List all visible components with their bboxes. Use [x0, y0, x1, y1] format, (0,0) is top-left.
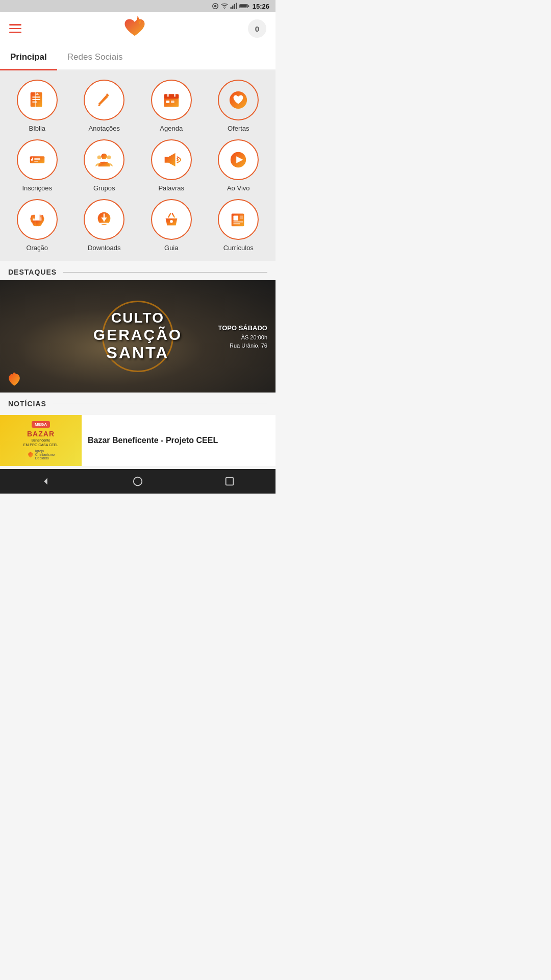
curriculos-label: Currículos: [223, 244, 254, 252]
news-thumb-1: MEGA BAZAR BeneficenteEM PRO CASA CEEL I…: [0, 415, 82, 466]
biblia-label: Bíblia: [29, 125, 45, 132]
svg-rect-8: [240, 5, 247, 8]
bazar-mega-badge: MEGA: [32, 421, 50, 428]
notification-badge[interactable]: 0: [248, 19, 266, 38]
tab-principal[interactable]: Principal: [0, 45, 57, 69]
svg-rect-46: [226, 478, 234, 485]
svg-point-30: [107, 155, 111, 159]
ofertas-label: Ofertas: [228, 125, 249, 132]
biblia-icon-circle: [17, 80, 58, 120]
hands-icon: [28, 210, 47, 229]
ao-vivo-icon-circle: [218, 139, 259, 180]
download-icon: [94, 210, 114, 229]
banner-geracao-text: GERAÇÃO: [93, 326, 182, 344]
destaques-divider: [63, 272, 267, 273]
battery-icon: [239, 3, 249, 10]
news-title-1: Bazar Beneficente - Projeto CEEL: [88, 435, 223, 446]
curriculos-item[interactable]: Currículos: [207, 199, 271, 252]
noticias-section: NOTÍCIAS MEGA BAZAR BeneficenteEM PRO CA…: [0, 393, 276, 466]
agenda-icon-circle: [151, 80, 192, 120]
hamburger-menu-button[interactable]: [9, 24, 21, 33]
banner-text: CULTO GERAÇÃO SANTA: [93, 310, 182, 362]
anotacoes-label: Anotações: [89, 125, 120, 132]
downloads-icon-circle: [84, 199, 124, 240]
svg-rect-4: [232, 6, 233, 9]
app-logo: [121, 15, 148, 42]
ofertas-item[interactable]: Ofertas: [207, 80, 271, 132]
status-bar: 15:26: [0, 0, 276, 12]
anotacoes-item[interactable]: Anotações: [72, 80, 137, 132]
noticias-header: NOTÍCIAS: [0, 393, 276, 412]
news-card-1[interactable]: MEGA BAZAR BeneficenteEM PRO CASA CEEL I…: [0, 415, 276, 466]
back-button[interactable]: [37, 472, 55, 491]
bazar-subtitle: BeneficenteEM PRO CASA CEEL: [23, 438, 58, 447]
ticket-icon: [28, 150, 47, 169]
ao-vivo-item[interactable]: Ao Vivo: [207, 139, 271, 192]
wifi-icon: [221, 3, 228, 10]
palavras-icon-circle: [151, 139, 192, 180]
destaques-title: DESTAQUES: [8, 268, 57, 276]
destaques-header: DESTAQUES: [0, 261, 276, 280]
downloads-item[interactable]: Downloads: [72, 199, 137, 252]
play-icon: [229, 150, 248, 169]
ofertas-icon-circle: [218, 80, 259, 120]
bottom-nav: [0, 469, 276, 494]
edit-icon: [94, 90, 114, 110]
home-button[interactable]: [129, 472, 147, 491]
basket-icon: [162, 210, 181, 229]
svg-rect-17: [164, 94, 179, 99]
status-time: 15:26: [253, 3, 269, 10]
tabs-bar: Principal Redes Sociais: [0, 45, 276, 70]
svg-point-45: [134, 477, 142, 486]
curriculos-icon-circle: [218, 199, 259, 240]
megaphone-icon: [162, 150, 181, 169]
grupos-item[interactable]: Grupos: [72, 139, 137, 192]
downloads-label: Downloads: [88, 244, 120, 252]
svg-point-29: [97, 155, 102, 159]
svg-rect-6: [236, 3, 237, 9]
logo-area: [121, 15, 148, 42]
palavras-item[interactable]: Palavras: [139, 139, 204, 192]
agenda-label: Agenda: [160, 125, 183, 132]
oracao-item[interactable]: Oração: [5, 199, 69, 252]
banner-info: TOPO SÁBADO ÀS 20:00h Rua Urânio, 76: [218, 323, 267, 350]
svg-rect-5: [234, 4, 235, 9]
icon-grid: Bíblia Anotações: [5, 80, 270, 252]
top-bar: 0: [0, 12, 276, 45]
banner-info-time: ÀS 20:00h: [241, 334, 267, 340]
status-icons: [212, 3, 249, 10]
home-icon: [132, 476, 143, 487]
banner[interactable]: CULTO GERAÇÃO SANTA TOPO SÁBADO ÀS 20:00…: [0, 280, 276, 393]
sync-icon: [212, 3, 219, 10]
recent-button[interactable]: [220, 472, 239, 491]
group-icon: [94, 150, 114, 169]
noticias-title: NOTÍCIAS: [8, 400, 46, 408]
svg-point-37: [170, 220, 173, 223]
oracao-label: Oração: [26, 244, 48, 252]
banner-santa-text: SANTA: [93, 344, 182, 362]
banner-info-address: Rua Urânio, 76: [230, 342, 267, 349]
heart-icon: [229, 90, 248, 110]
bazar-church-logo: IgrejaCristianismoDecidido: [27, 449, 55, 460]
inscricoes-icon-circle: [17, 139, 58, 180]
svg-point-1: [214, 5, 216, 8]
guia-icon-circle: [151, 199, 192, 240]
svg-point-28: [102, 154, 107, 159]
tab-redes-sociais[interactable]: Redes Sociais: [57, 45, 133, 69]
guia-label: Guia: [164, 244, 178, 252]
biblia-item[interactable]: Bíblia: [5, 80, 69, 132]
bazar-title-text: BAZAR: [27, 430, 55, 438]
svg-rect-21: [171, 101, 174, 103]
palavras-label: Palavras: [158, 184, 184, 192]
back-icon: [40, 476, 52, 487]
main-grid: Bíblia Anotações: [0, 70, 276, 261]
oracao-icon-circle: [17, 199, 58, 240]
agenda-item[interactable]: Agenda: [139, 80, 204, 132]
guia-item[interactable]: Guia: [139, 199, 204, 252]
grupos-label: Grupos: [93, 184, 115, 192]
svg-rect-9: [248, 5, 249, 7]
inscricoes-item[interactable]: Inscrições: [5, 139, 69, 192]
svg-rect-3: [230, 7, 231, 9]
svg-point-24: [31, 159, 33, 161]
svg-rect-39: [234, 215, 239, 220]
